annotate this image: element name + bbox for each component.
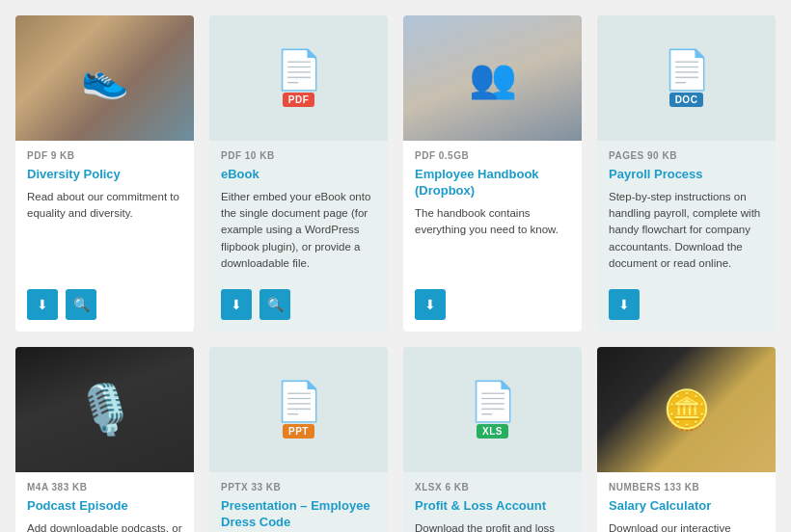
- card-title: Profit & Loss Account: [415, 498, 570, 515]
- card-title: Payroll Process: [609, 167, 764, 183]
- file-badge: PDF: [283, 93, 315, 107]
- document-library-grid: 👟 PDF 9 KB Diversity Policy Read about o…: [15, 15, 776, 532]
- card-content-dresscode: PPTX 33 KB Presentation – Employee Dress…: [209, 472, 388, 532]
- card-content-diversity: PDF 9 KB Diversity Policy Read about our…: [15, 141, 194, 281]
- file-badge: DOC: [669, 93, 704, 107]
- card-title: Salary Calculator: [609, 498, 764, 515]
- file-shape: 📄: [469, 382, 517, 420]
- card-ebook: 📄 PDF PDF 10 KB eBook Either embed your …: [209, 15, 388, 332]
- card-meta: PDF 9 KB: [27, 150, 182, 161]
- card-meta: PAGES 90 KB: [609, 150, 764, 161]
- card-actions: ⬇ 🔍: [15, 289, 194, 332]
- card-meta: M4A 383 KB: [27, 482, 182, 492]
- card-meta: NUMBERS 133 KB: [609, 482, 764, 492]
- card-salary: 🪙 NUMBERS 133 KB Salary Calculator Downl…: [597, 347, 776, 532]
- file-badge: XLS: [477, 424, 508, 439]
- card-dresscode: 📄 PPT PPTX 33 KB Presentation – Employee…: [209, 347, 388, 532]
- card-desc: The handbook contains everything you nee…: [415, 205, 570, 272]
- card-title: Employee Handbook (Dropbox): [415, 167, 570, 200]
- search-button[interactable]: 🔍: [66, 289, 96, 320]
- card-content-ebook: PDF 10 KB eBook Either embed your eBook …: [209, 141, 388, 281]
- card-title: Presentation – Employee Dress Code: [221, 498, 376, 531]
- file-badge: PPT: [283, 424, 314, 439]
- card-desc: Either embed your eBook onto the single …: [221, 189, 376, 272]
- card-payroll: 📄 DOC PAGES 90 KB Payroll Process Step-b…: [597, 15, 776, 332]
- download-button[interactable]: ⬇: [415, 289, 446, 320]
- download-button[interactable]: ⬇: [609, 289, 640, 320]
- card-content-profit: XLSX 6 KB Profit & Loss Account Download…: [403, 472, 582, 532]
- card-content-salary: NUMBERS 133 KB Salary Calculator Downloa…: [597, 472, 776, 532]
- card-handbook: 👥 PDF 0.5GB Employee Handbook (Dropbox) …: [403, 15, 582, 332]
- card-diversity: 👟 PDF 9 KB Diversity Policy Read about o…: [15, 15, 194, 332]
- card-actions: ⬇ 🔍: [209, 289, 388, 332]
- card-podcast: 🎙️ M4A 383 KB Podcast Episode Add downlo…: [15, 347, 194, 532]
- card-desc: Read about our commitment to equality an…: [27, 189, 182, 272]
- file-icon-doc: 📄 DOC: [663, 15, 711, 141]
- card-meta: PDF 10 KB: [221, 150, 376, 161]
- card-title: Podcast Episode: [27, 498, 182, 515]
- download-button[interactable]: ⬇: [27, 289, 58, 320]
- card-title: eBook: [221, 167, 376, 183]
- card-image-coins: 🪙: [597, 347, 776, 472]
- card-image-people: 👥: [403, 15, 582, 141]
- card-content-handbook: PDF 0.5GB Employee Handbook (Dropbox) Th…: [403, 141, 582, 281]
- file-shape: 📄: [663, 50, 711, 89]
- card-image-profit: 📄 XLS: [403, 347, 582, 472]
- search-button[interactable]: 🔍: [259, 289, 290, 320]
- card-image-mic: 🎙️: [15, 347, 194, 472]
- card-content-podcast: M4A 383 KB Podcast Episode Add downloada…: [15, 472, 194, 532]
- card-desc: Download the profit and loss calculation…: [415, 520, 570, 532]
- card-image-feet: 👟: [15, 15, 194, 141]
- file-shape: 📄: [275, 50, 323, 89]
- card-profit: 📄 XLS XLSX 6 KB Profit & Loss Account Do…: [403, 347, 582, 532]
- card-title: Diversity Policy: [27, 167, 182, 183]
- card-content-payroll: PAGES 90 KB Payroll Process Step-by-step…: [597, 141, 776, 281]
- card-desc: Download our interactive calculator and …: [609, 520, 764, 532]
- card-image-ebook: 📄 PDF: [209, 15, 388, 141]
- file-icon-pdf: 📄 PDF: [275, 15, 323, 141]
- card-desc: Step-by-step instructions on handling pa…: [609, 189, 764, 272]
- card-desc: Add downloadable podcasts, or embed them…: [27, 520, 182, 532]
- file-shape: 📄: [275, 382, 323, 420]
- card-image-payroll: 📄 DOC: [597, 15, 776, 141]
- card-meta: XLSX 6 KB: [415, 482, 570, 492]
- file-icon-xls: 📄 XLS: [469, 347, 517, 472]
- download-button[interactable]: ⬇: [221, 289, 252, 320]
- file-icon-ppt: 📄 PPT: [275, 347, 323, 472]
- card-actions: ⬇: [403, 289, 582, 332]
- card-meta: PDF 0.5GB: [415, 150, 570, 161]
- card-actions: ⬇: [597, 289, 776, 332]
- card-image-dresscode: 📄 PPT: [209, 347, 388, 472]
- card-meta: PPTX 33 KB: [221, 482, 376, 492]
